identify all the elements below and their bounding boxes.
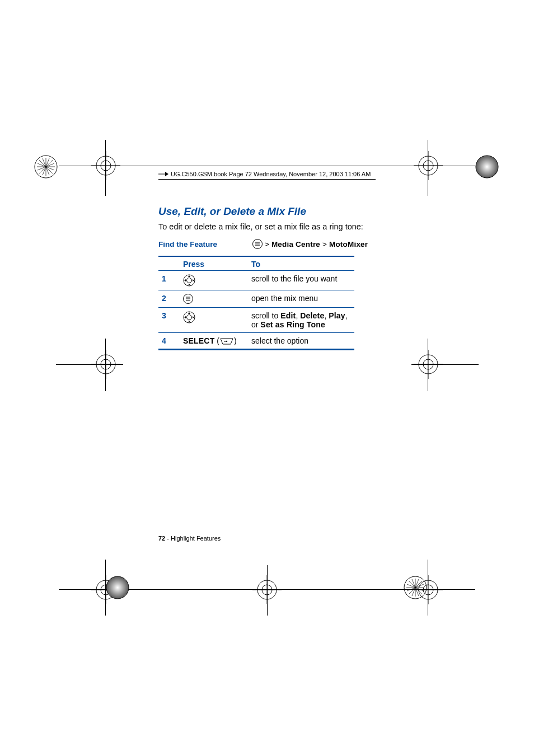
- find-the-feature-row: Find the Feature > Media Centre > MotoMi…: [158, 239, 376, 249]
- find-feature-path: > Media Centre > MotoMixer: [252, 239, 368, 249]
- path-item: MotoMixer: [329, 240, 368, 248]
- arrow-right-icon: [158, 171, 168, 177]
- find-feature-label: Find the Feature: [158, 240, 252, 248]
- step-press: SELECT ( ): [180, 333, 248, 350]
- svg-point-63: [187, 315, 192, 320]
- svg-point-37: [476, 156, 498, 178]
- step-to: scroll to Edit, Delete, Play, or Set as …: [248, 308, 354, 333]
- table-row: 3 scroll to Edit, Delete, Play, or Set a…: [158, 308, 354, 333]
- page-number: 72: [158, 535, 165, 542]
- to-text: ,: [296, 311, 300, 320]
- to-option: Play: [329, 311, 345, 320]
- col-header-num: [158, 256, 180, 271]
- step-number: 4: [158, 333, 180, 350]
- page-content: UG.C550.GSM.book Page 72 Wednesday, Nove…: [158, 171, 376, 350]
- print-disc-icon: [475, 154, 499, 179]
- section-intro: To edit or delete a mix file, or set a m…: [158, 222, 376, 231]
- step-to: scroll to the file you want: [248, 271, 354, 290]
- svg-marker-66: [184, 316, 186, 318]
- path-sep: >: [322, 240, 327, 248]
- crop-line: [59, 166, 475, 166]
- svg-marker-67: [193, 316, 194, 318]
- step-number: 2: [158, 290, 180, 308]
- col-header-to: To: [248, 256, 354, 271]
- footer-sep: -: [165, 535, 171, 542]
- registration-mark-icon: [91, 350, 120, 381]
- path-sep: >: [265, 240, 269, 248]
- print-disc-icon: [34, 154, 58, 179]
- header-file-info: UG.C550.GSM.book Page 72 Wednesday, Nove…: [171, 171, 371, 177]
- registration-mark-icon: [252, 575, 282, 607]
- svg-point-54: [187, 278, 192, 283]
- print-disc-icon: [403, 575, 428, 600]
- section-title: Use, Edit, or Delete a Mix File: [158, 205, 376, 218]
- table-row: 1 scroll to the file you want: [158, 271, 354, 290]
- menu-key-icon: [252, 239, 263, 249]
- nav-key-icon: [183, 274, 195, 287]
- to-text: ,: [324, 311, 329, 320]
- to-option: Set as Ring Tone: [260, 320, 325, 329]
- svg-marker-56: [188, 284, 190, 285]
- menu-key-icon: [183, 294, 193, 304]
- svg-point-38: [106, 576, 129, 599]
- step-press: [180, 308, 248, 333]
- svg-marker-65: [188, 321, 190, 322]
- registration-mark-icon: [414, 151, 443, 180]
- svg-marker-64: [188, 312, 190, 314]
- table-row: 4 SELECT ( ) select the option: [158, 333, 354, 350]
- svg-marker-57: [184, 279, 186, 281]
- table-row: 2 open the mix menu: [158, 290, 354, 308]
- to-text: scroll to: [251, 311, 280, 320]
- paren: ): [234, 336, 237, 345]
- path-item: Media Centre: [271, 240, 320, 248]
- footer-section: Highlight Features: [171, 535, 221, 542]
- step-number: 1: [158, 271, 180, 290]
- svg-marker-49: [165, 172, 168, 176]
- step-number: 3: [158, 308, 180, 333]
- nav-key-icon: [183, 311, 195, 323]
- svg-marker-58: [193, 279, 194, 281]
- page-footer: 72 - Highlight Features: [158, 535, 221, 542]
- svg-marker-55: [188, 275, 190, 277]
- svg-point-68: [226, 341, 227, 342]
- softkey-icon: [219, 337, 234, 345]
- to-option: Delete: [300, 311, 324, 320]
- to-option: Edit: [280, 311, 296, 320]
- print-disc-icon: [105, 575, 130, 600]
- header-line: UG.C550.GSM.book Page 72 Wednesday, Nove…: [158, 171, 376, 180]
- step-to: open the mix menu: [248, 290, 354, 308]
- registration-mark-icon: [91, 151, 120, 180]
- step-press: [180, 290, 248, 308]
- steps-table: Press To 1 scroll to the file you want 2: [158, 256, 354, 350]
- col-header-press: Press: [180, 256, 248, 271]
- registration-mark-icon: [414, 350, 443, 381]
- step-press: [180, 271, 248, 290]
- select-label: SELECT: [183, 336, 214, 345]
- step-to: select the option: [248, 333, 354, 350]
